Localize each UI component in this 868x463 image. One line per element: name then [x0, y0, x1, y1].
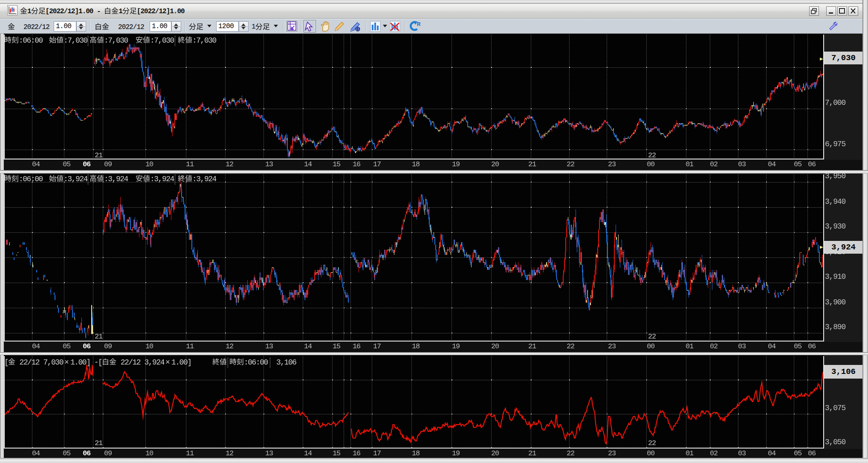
svg-text:R: R	[417, 21, 420, 27]
